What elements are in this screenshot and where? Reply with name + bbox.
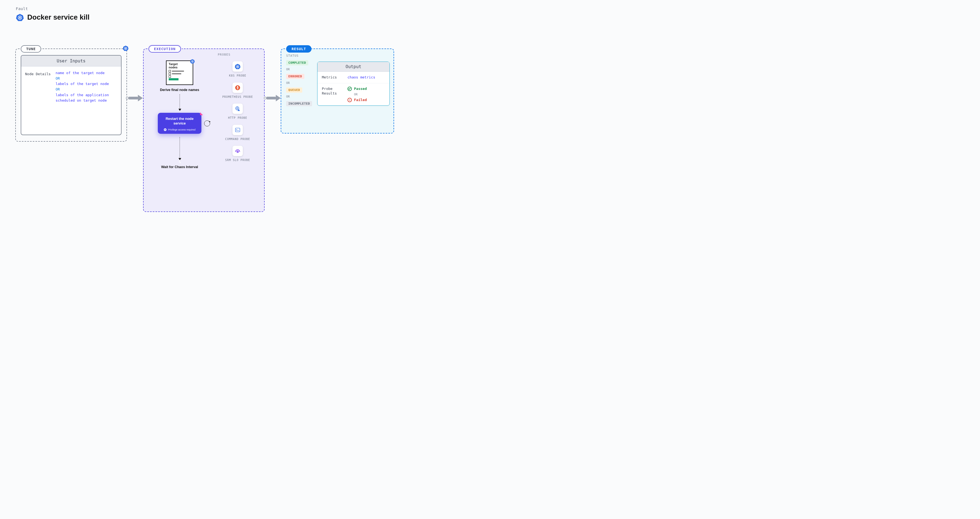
kubernetes-icon [123,45,129,51]
kubernetes-icon [235,63,241,70]
execution-panel: EXECUTION Targetnodes Derive final node … [143,49,265,212]
kubernetes-icon [16,13,24,22]
prometheus-icon [235,85,241,91]
value-or: OR [56,76,117,81]
svg-rect-12 [235,128,240,132]
status-completed: COMPLETED [286,60,308,65]
probe-result-failed: Failed [347,98,367,102]
probe-k8s: K8S PROBE [229,61,246,78]
value-target-node-labels: labels of the target node [56,81,117,87]
result-badge: RESULT [286,45,312,52]
restart-title: Restart the node service [162,117,197,125]
privilege-note: ● Privilege access required [162,128,197,131]
value-app-labels: labels of the application scheduled on t… [56,92,117,103]
flag-icon: ◣ [200,111,203,116]
restart-node-service-card: ◣ Restart the node service ● Privilege a… [158,113,201,134]
probes-title: PROBES [218,53,231,56]
probe-http: HTTP PROBE [228,103,247,120]
probe-results-key: ProbeResults [322,87,343,96]
header-label: Fault [16,6,89,11]
tune-panel: TUNE User Inputs Node Details name of th… [15,49,127,142]
value-or: OR [56,87,117,92]
step-wait-chaos-interval: Wait for Chaos Interval [161,165,198,169]
loop-icon [204,121,210,126]
output-title: Output [318,62,390,71]
probe-prometheus: PROMETHEUS PROBE [223,83,253,99]
check-circle-icon [347,87,352,91]
probe-srm-slo: SRM SLO PROBE [225,146,250,162]
terminal-icon [235,127,241,133]
execution-badge: EXECUTION [148,45,181,52]
value-target-node-name: name of the target node [56,70,117,76]
gauge-check-icon [235,148,241,154]
step-derive-node-names: Derive final node names [160,88,199,92]
metrics-value[interactable]: chaos metrics [347,75,375,79]
node-details-label: Node Details [25,70,51,103]
result-panel: RESULT STATUS COMPLETED OR ERRORED OR QU… [281,49,394,133]
status-incompleted: INCOMPLETED [286,101,312,106]
probe-result-passed: Passed [347,87,367,91]
kubernetes-icon [190,59,195,64]
metrics-key: Metrics [322,75,343,80]
status-column: STATUS COMPLETED OR ERRORED OR QUEUED OR… [286,54,319,106]
node-details-values: name of the target node OR labels of the… [56,70,117,103]
status-title: STATUS [286,54,319,57]
lock-icon: ● [164,128,167,131]
output-card: Output Metrics chaos metrics ProbeResult… [317,62,390,106]
status-queued: QUEUED [286,87,302,93]
user-inputs-card: User Inputs Node Details name of the tar… [21,55,121,135]
status-or: OR [286,68,319,71]
target-nodes-card: Targetnodes [166,60,193,85]
probe-command: COMMAND PROBE [225,125,250,141]
status-errored: ERRORED [286,74,304,79]
probe-result-or: OR [354,93,367,96]
page-title: Docker service kill [27,13,89,22]
status-or: OR [286,81,319,85]
x-circle-icon [347,98,352,102]
arrow-tune-to-execution [126,95,143,102]
status-or: OR [286,95,319,98]
svg-rect-10 [237,88,239,88]
tune-badge: TUNE [21,45,41,52]
user-inputs-title: User Inputs [21,56,121,67]
globe-warning-icon [235,106,241,112]
